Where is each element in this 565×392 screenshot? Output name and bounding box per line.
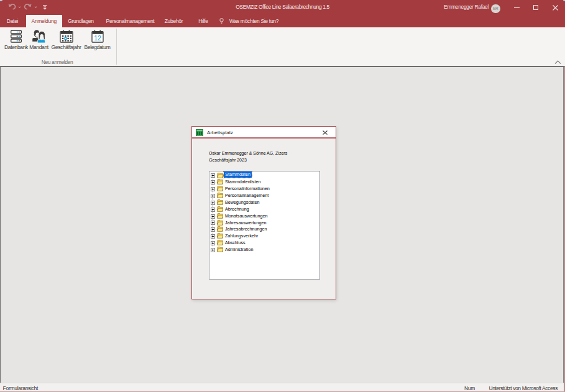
svg-text:12: 12: [94, 34, 101, 42]
